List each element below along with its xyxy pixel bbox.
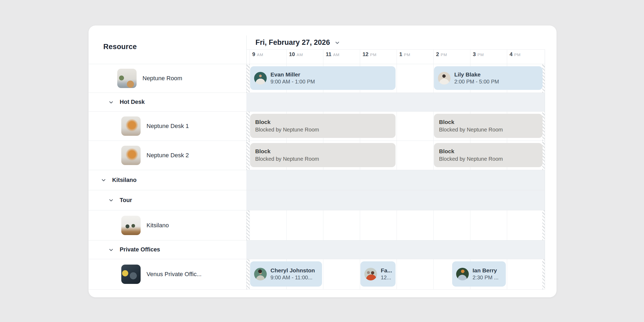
timeline-cell[interactable]: Block Blocked by Neptune Room Block Bloc… <box>246 112 545 141</box>
resource-cell[interactable]: Neptune Room <box>89 64 246 93</box>
block-title: Block <box>439 118 543 126</box>
avatar-cheryl-johnston <box>254 268 267 280</box>
timeline-cell[interactable]: Block Blocked by Neptune Room Block Bloc… <box>246 141 545 170</box>
group-label: Private Offices <box>120 246 160 253</box>
resource-row-neptune-desk-1: Neptune Desk 1 Block Blocked by Neptune … <box>89 112 545 141</box>
group-band <box>246 190 545 210</box>
resource-label: Neptune Desk 2 <box>147 152 189 159</box>
timeline-cell[interactable] <box>246 210 545 240</box>
time-label: 2PM <box>436 51 447 57</box>
group-row-tour[interactable]: Tour <box>89 190 545 210</box>
resource-label: Venus Private Offic... <box>147 271 202 278</box>
block-subtitle: Blocked by Neptune Room <box>439 126 543 133</box>
chevron-down-icon[interactable] <box>108 247 114 253</box>
before-hours-hatch <box>246 112 250 141</box>
date-picker[interactable]: Fri, February 27, 2026 <box>255 38 341 47</box>
block-subtitle: Blocked by Neptune Room <box>255 126 396 133</box>
resource-row-venus-private-office: Venus Private Offic... Cheryl Johnston 9… <box>89 259 545 290</box>
event-time: 2:30 PM ... <box>473 274 499 281</box>
group-label: Hot Desk <box>120 99 145 105</box>
scheduler-screen: Resource Fri, February 27, 2026 9AM 10AM… <box>0 0 644 322</box>
event-name: Cheryl Johnston <box>270 267 315 274</box>
resource-cell[interactable]: Neptune Desk 2 <box>89 141 246 170</box>
group-label: Kitsilano <box>112 177 137 184</box>
before-hours-hatch <box>246 64 250 93</box>
block-event[interactable]: Block Blocked by Neptune Room <box>250 114 396 138</box>
resource-label: Kitsilano <box>147 222 169 229</box>
block-title: Block <box>439 148 543 155</box>
after-hours-hatch <box>542 112 545 141</box>
resource-row-neptune-room: Neptune Room Evan Miller 9:00 AM - 1:00 … <box>89 64 545 93</box>
date-label: Fri, February 27, 2026 <box>255 38 330 47</box>
avatar-fa <box>364 268 377 280</box>
block-title: Block <box>255 148 396 155</box>
event-name: Lily Blake <box>454 71 499 78</box>
block-event[interactable]: Block Blocked by Neptune Room <box>434 114 543 138</box>
resource-column-header: Resource <box>103 43 137 51</box>
time-label: 4PM <box>510 51 521 57</box>
chevron-down-icon[interactable] <box>108 99 114 105</box>
time-label: 11AM <box>326 51 339 57</box>
chevron-down-icon[interactable] <box>101 177 107 183</box>
chevron-down-icon[interactable] <box>108 197 114 203</box>
before-hours-hatch <box>246 259 250 289</box>
time-label: 1PM <box>399 51 410 57</box>
block-subtitle: Blocked by Neptune Room <box>439 155 543 163</box>
group-band <box>246 240 545 259</box>
group-band <box>246 93 545 111</box>
after-hours-hatch <box>542 64 545 93</box>
event-name: Ian Berry <box>473 267 499 274</box>
after-hours-hatch <box>542 259 545 289</box>
group-row-private-offices[interactable]: Private Offices <box>89 240 545 259</box>
block-event[interactable]: Block Blocked by Neptune Room <box>250 143 396 167</box>
resource-row-kitsilano: Kitsilano <box>89 210 545 240</box>
time-label: 3PM <box>473 51 484 57</box>
event-name: Evan Miller <box>270 71 315 78</box>
chevron-down-icon <box>334 39 341 46</box>
resource-cell[interactable]: Venus Private Offic... <box>89 259 246 289</box>
resource-row-neptune-desk-2: Neptune Desk 2 Block Blocked by Neptune … <box>89 141 545 170</box>
group-band <box>246 170 545 190</box>
group-row-hot-desk[interactable]: Hot Desk <box>89 93 545 112</box>
before-hours-hatch <box>246 210 250 240</box>
group-label: Tour <box>120 197 132 204</box>
time-label: 10AM <box>289 51 303 57</box>
event-name: Fa... <box>381 267 392 274</box>
avatar-evan-miller <box>254 72 267 85</box>
event-time: 9:00 AM - 1:00 PM <box>270 78 315 85</box>
event-ian-berry[interactable]: Ian Berry 2:30 PM ... <box>452 261 506 287</box>
block-title: Block <box>255 118 396 126</box>
resource-label: Neptune Desk 1 <box>147 123 189 130</box>
timeline-right-border <box>545 49 545 289</box>
event-fa[interactable]: Fa... 12... <box>360 261 396 287</box>
after-hours-hatch <box>542 210 545 240</box>
event-time: 12... <box>381 274 392 281</box>
event-time: 2:00 PM - 5:00 PM <box>454 78 499 85</box>
avatar-ian-berry <box>456 268 469 280</box>
timeline-cell[interactable]: Cheryl Johnston 9:00 AM - 11:00... Fa...… <box>246 259 545 289</box>
event-evan-miller[interactable]: Evan Miller 9:00 AM - 1:00 PM <box>250 66 396 90</box>
after-hours-hatch <box>542 141 545 170</box>
schedule-rows: Neptune Room Evan Miller 9:00 AM - 1:00 … <box>89 64 545 290</box>
time-label: 12PM <box>363 51 376 57</box>
event-lily-blake[interactable]: Lily Blake 2:00 PM - 5:00 PM <box>434 66 543 90</box>
group-row-kitsilano[interactable]: Kitsilano <box>89 170 545 190</box>
scheduler-card: Resource Fri, February 27, 2026 9AM 10AM… <box>89 25 557 297</box>
resource-cell[interactable]: Kitsilano <box>89 210 246 240</box>
resource-cell[interactable]: Neptune Desk 1 <box>89 112 246 141</box>
resource-label: Neptune Room <box>142 75 182 82</box>
resource-thumbnail <box>121 116 141 136</box>
event-cheryl-johnston[interactable]: Cheryl Johnston 9:00 AM - 11:00... <box>250 261 322 287</box>
block-event[interactable]: Block Blocked by Neptune Room <box>434 143 543 167</box>
block-subtitle: Blocked by Neptune Room <box>255 155 396 163</box>
resource-thumbnail <box>117 69 137 88</box>
resource-thumbnail <box>121 146 141 165</box>
timeline-cell[interactable]: Evan Miller 9:00 AM - 1:00 PM Lily Blake… <box>246 64 545 93</box>
resource-thumbnail <box>121 265 141 284</box>
event-time: 9:00 AM - 11:00... <box>270 274 315 281</box>
time-axis-divider <box>246 49 545 50</box>
before-hours-hatch <box>246 141 250 170</box>
resource-thumbnail <box>121 216 141 235</box>
avatar-lily-blake <box>438 72 451 85</box>
time-label: 9AM <box>252 51 263 57</box>
